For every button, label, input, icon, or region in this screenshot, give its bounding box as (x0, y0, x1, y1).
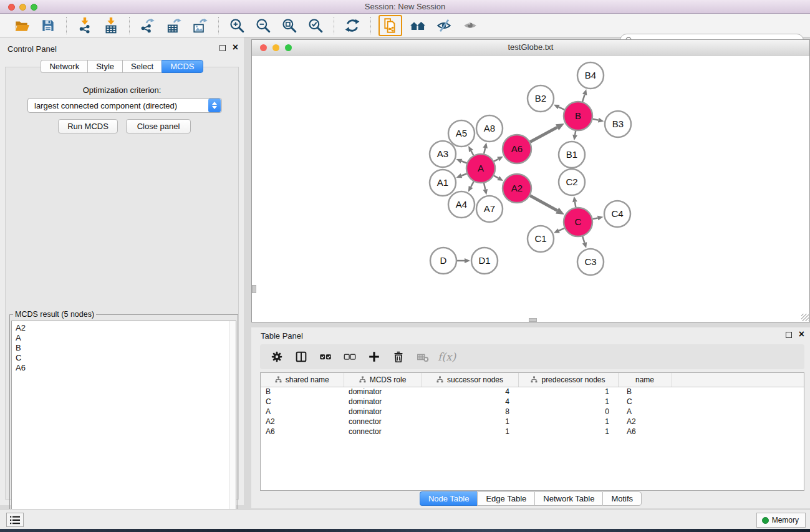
zoom-fit-icon[interactable] (279, 16, 300, 35)
criterion-dropdown[interactable]: largest connected component (directed) (27, 98, 222, 113)
close-view-button[interactable] (260, 44, 267, 51)
scrollbar-nub[interactable] (529, 318, 537, 322)
table-cell[interactable]: 8 (422, 407, 518, 417)
graph-node-B3[interactable]: B3 (605, 111, 631, 137)
tab-edge-table[interactable]: Edge Table (477, 491, 534, 506)
tab-network[interactable]: Network (41, 60, 87, 73)
table-row[interactable]: Adominator80A (261, 407, 804, 417)
tab-node-table[interactable]: Node Table (420, 491, 478, 506)
table-cell[interactable]: 1 (518, 387, 618, 397)
graph-edge[interactable] (494, 159, 498, 162)
minimize-window-button[interactable] (19, 4, 26, 11)
graph-node-B[interactable]: B (564, 102, 592, 130)
add-column-icon[interactable] (365, 348, 383, 365)
graph-node-C2[interactable]: C2 (559, 169, 585, 195)
zoom-out-icon[interactable] (253, 16, 274, 35)
graph-node-A4[interactable]: A4 (448, 191, 475, 218)
zoom-window-button[interactable] (31, 4, 37, 11)
graph-node-D[interactable]: D (430, 248, 456, 274)
graph-edge[interactable] (461, 161, 467, 163)
table-cell[interactable]: connector (344, 427, 422, 437)
table-cell[interactable]: B (261, 387, 344, 397)
graph-node-B2[interactable]: B2 (528, 85, 554, 112)
table-cell[interactable]: 1 (518, 427, 618, 437)
graph-node-C3[interactable]: C3 (577, 249, 604, 275)
column-header[interactable]: name (618, 373, 672, 387)
import-network-icon[interactable] (74, 16, 95, 35)
table-cell[interactable]: C (618, 397, 672, 407)
graph-node-B4[interactable]: B4 (577, 62, 604, 89)
table-cell[interactable]: 4 (422, 387, 518, 397)
table-row[interactable]: A2connector11A2 (261, 417, 804, 427)
tab-style[interactable]: Style (87, 60, 122, 73)
close-panel-icon[interactable]: × (799, 331, 804, 338)
select-all-icon[interactable] (316, 348, 335, 365)
delete-column-icon[interactable] (389, 348, 408, 365)
column-header[interactable]: shared name (261, 373, 344, 387)
graph-node-A3[interactable]: A3 (430, 141, 456, 167)
export-table-icon[interactable] (163, 16, 185, 35)
graph-edge[interactable] (530, 127, 557, 142)
graph-node-C[interactable]: C (564, 208, 592, 236)
refresh-icon[interactable] (342, 16, 363, 35)
graph-edge[interactable] (471, 151, 473, 155)
network-graph[interactable]: B4B2BB3A5A8A6A3AB1A1C2A2A4A7CC4C1C3DD1 (252, 56, 809, 322)
graph-node-D1[interactable]: D1 (471, 248, 498, 274)
minimize-view-button[interactable] (272, 44, 279, 51)
table-cell[interactable]: 1 (518, 417, 618, 427)
show-all-views-icon[interactable] (407, 16, 428, 35)
table-cell[interactable]: A6 (618, 427, 672, 437)
column-header[interactable]: successor nodes (422, 373, 518, 387)
table-cell[interactable]: A (618, 407, 672, 417)
graph-edge[interactable] (582, 95, 585, 102)
resize-grip[interactable] (801, 314, 809, 321)
graph-node-A[interactable]: A (466, 154, 495, 183)
column-header[interactable]: predecessor nodes (518, 373, 618, 387)
tab-select[interactable]: Select (122, 60, 162, 73)
table-cell[interactable]: 1 (422, 417, 518, 427)
show-network-view-icon[interactable] (378, 15, 402, 36)
graph-edge[interactable] (471, 181, 474, 187)
graph-edge[interactable] (494, 176, 498, 178)
network-window-titlebar[interactable]: testGlobe.txt (252, 40, 809, 56)
graph-node-C4[interactable]: C4 (604, 201, 630, 227)
task-history-button[interactable] (6, 513, 24, 527)
delete-table-icon[interactable] (413, 348, 432, 365)
table-cell[interactable]: dominator (344, 407, 422, 417)
table-cell[interactable]: 0 (518, 407, 618, 417)
graph-edge[interactable] (559, 228, 564, 231)
table-cell[interactable]: dominator (344, 397, 422, 407)
memory-button[interactable]: Memory (756, 513, 806, 528)
table-cell[interactable]: 1 (518, 397, 618, 407)
mcds-result-item[interactable]: A6 (16, 363, 236, 373)
mcds-result-list[interactable]: A2ABCA6 (11, 321, 236, 526)
table-cell[interactable]: A2 (618, 417, 672, 427)
graph-edge[interactable] (575, 202, 576, 208)
run-mcds-button[interactable]: Run MCDS (58, 119, 118, 133)
zoom-in-icon[interactable] (226, 16, 248, 35)
graph-edge[interactable] (575, 131, 576, 135)
close-window-button[interactable] (8, 4, 15, 11)
graph-edge[interactable] (461, 173, 467, 175)
close-panel-button[interactable]: Close panel (126, 119, 191, 133)
tab-mcds[interactable]: MCDS (162, 60, 203, 73)
graph-node-A8[interactable]: A8 (476, 115, 503, 142)
table-cell[interactable]: A6 (261, 427, 344, 437)
graph-node-C1[interactable]: C1 (528, 226, 554, 252)
tab-network-table[interactable]: Network Table (534, 491, 602, 506)
graph-node-A7[interactable]: A7 (476, 196, 503, 222)
column-view-icon[interactable] (292, 348, 311, 365)
table-cell[interactable]: B (618, 387, 672, 397)
table-cell[interactable]: connector (344, 417, 422, 427)
scrollbar[interactable] (229, 321, 236, 525)
zoom-view-button[interactable] (285, 44, 292, 51)
mcds-result-item[interactable]: A (16, 333, 236, 343)
table-row[interactable]: Cdominator41C (261, 397, 804, 407)
float-panel-icon[interactable] (786, 332, 792, 338)
table-row[interactable]: Bdominator41B (261, 387, 804, 397)
hide-view-icon[interactable] (433, 16, 455, 35)
save-session-icon[interactable] (37, 16, 59, 35)
graph-edge[interactable] (593, 218, 598, 219)
tab-motifs[interactable]: Motifs (602, 491, 642, 506)
column-header[interactable]: MCDS role (344, 373, 422, 387)
